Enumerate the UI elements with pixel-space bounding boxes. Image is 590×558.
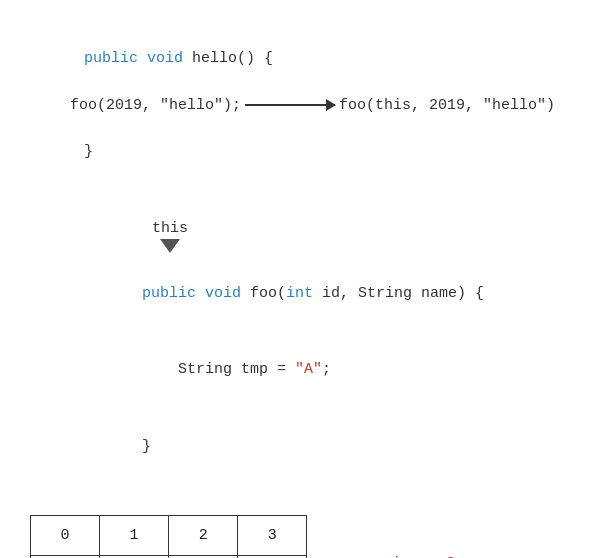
code-line-1: public void hello() {: [30, 20, 560, 97]
table-header-row: 0 1 2 3: [31, 515, 307, 555]
code2-line2: String tmp = "A";: [70, 332, 560, 409]
table-header-2: 2: [169, 515, 238, 555]
code-line-3: }: [30, 114, 560, 191]
this-chevron-icon: [160, 239, 180, 253]
code2-line3: }: [70, 408, 560, 485]
right-call: foo(this, 2019, "hello"): [339, 97, 555, 114]
page: public void hello() { foo(2019, "hello")…: [0, 0, 590, 558]
code-block-2: public void foo(int id, String name) { S…: [70, 255, 560, 485]
table-header-0: 0: [31, 515, 100, 555]
code2-line1: public void foo(int id, String name) {: [70, 255, 560, 332]
table-section: 0 1 2 3 this id name tmp this 2019 hello…: [30, 515, 560, 559]
code-section-2: this public void foo(int id, String name…: [30, 220, 560, 485]
table-info: arg size = 3 Local Variables size = 4: [347, 515, 560, 559]
table-header-3: 3: [238, 515, 307, 555]
table-header-1: 1: [100, 515, 169, 555]
arrow-row: foo(2019, "hello"); foo(this, 2019, "hel…: [70, 97, 560, 114]
left-call: foo(2019, "hello");: [70, 97, 241, 114]
this-label-container: this: [140, 220, 200, 253]
variable-table: 0 1 2 3 this id name tmp this 2019 hello…: [30, 515, 307, 559]
arg-size-label: arg size = 3: [347, 555, 560, 559]
arrow-line: [245, 104, 335, 106]
this-label: this: [152, 220, 188, 237]
code-section-1: public void hello() { foo(2019, "hello")…: [30, 20, 560, 190]
